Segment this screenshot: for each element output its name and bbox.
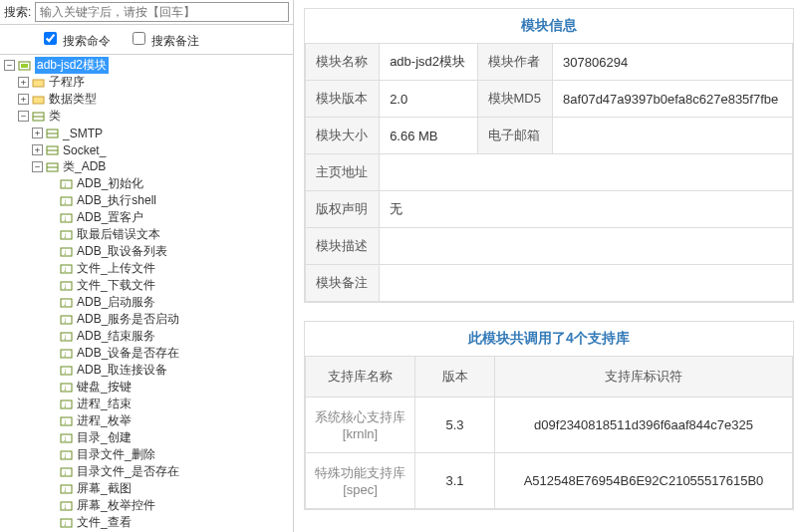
method-icon: ↓ [60,348,74,360]
info-val: 307806294 [553,44,793,81]
tree-node[interactable]: ↓屏幕_截图 [4,480,291,497]
tree-label: ADB_初始化 [77,175,143,192]
tree-node[interactable]: ↓ADB_结束服务 [4,328,291,345]
tree-node[interactable]: ↓取最后错误文本 [4,226,291,243]
tree-node[interactable]: − 类_ADB [4,158,291,175]
expand-icon[interactable]: + [32,128,43,138]
right-panel: 模块信息 模块名称 adb-jsd2模块 模块作者 307806294 模块版本… [294,0,798,532]
svg-text:↓: ↓ [63,367,67,376]
tree-node[interactable]: ↓ADB_服务是否启动 [4,311,291,328]
info-key: 模块作者 [477,44,553,81]
folder-icon [32,77,46,89]
method-icon: ↓ [60,178,74,190]
tree-node[interactable]: ↓ADB_置客户 [4,209,291,226]
tree-label: 类_ADB [63,158,106,175]
spacer [46,500,57,511]
tree-node[interactable]: ↓屏幕_枚举控件 [4,497,291,514]
libs-panel: 此模块共调用了4个支持库 支持库名称 版本 支持库标识符 系统核心支持库[krn… [304,321,794,510]
tree-node[interactable]: + 数据类型 [4,91,291,108]
info-key: 模块名称 [306,44,380,81]
libs-h3: 支持库标识符 [495,357,793,398]
table-row: 版权声明 无 [306,191,793,228]
tree-node[interactable]: ↓ADB_启动服务 [4,294,291,311]
tree-label: ADB_执行shell [77,192,156,209]
collapse-icon[interactable]: − [4,60,15,71]
search-input[interactable] [35,2,289,22]
opt-search-remark[interactable]: 搜索备注 [129,34,199,48]
method-icon: ↓ [60,314,74,326]
tree-node-root[interactable]: − adb-jsd2模块 [4,57,291,74]
tree-node[interactable]: ↓ADB_执行shell [4,192,291,209]
tree-label: 目录_创建 [77,429,132,446]
spacer [46,263,57,274]
lib-id: A512548E76954B6E92C21055517615B0 [495,453,793,509]
tree-label: _SMTP [63,127,103,140]
tree-node[interactable]: ↓文件_查看 [4,514,291,531]
svg-text:↓: ↓ [63,180,67,189]
tree-node[interactable]: ↓ADB_取连接设备 [4,362,291,379]
tree-label: 目录文件_删除 [77,446,155,463]
opt-search-cmd-checkbox[interactable] [44,32,57,45]
expand-icon[interactable]: + [18,94,29,105]
tree-label: ADB_服务是否启动 [77,311,179,328]
info-key: 模块备注 [306,265,380,302]
svg-text:↓: ↓ [63,417,67,426]
info-key: 版权声明 [306,191,380,228]
spacer [46,246,57,257]
tree-label: 数据类型 [49,91,97,108]
tree-node[interactable]: ↓目录_创建 [4,429,291,446]
tree-node[interactable]: + 子程序 [4,74,291,91]
info-key: 电子邮箱 [477,118,553,154]
tree-root-label: adb-jsd2模块 [35,57,109,74]
info-val [553,118,793,154]
svg-text:↓: ↓ [63,231,67,240]
info-val: 无 [380,191,793,228]
module-info-title: 模块信息 [305,9,793,43]
libs-h1: 支持库名称 [306,357,415,398]
spacer [46,178,57,189]
tree-view[interactable]: − adb-jsd2模块 + 子程序 + 数据类型 − 类 + [0,54,293,532]
table-row: 模块备注 [306,265,793,302]
tree-node[interactable]: ↓进程_结束 [4,396,291,412]
spacer [46,348,57,359]
method-icon: ↓ [60,331,74,343]
expand-icon[interactable]: + [32,144,43,155]
tree-node[interactable]: ↓进程_枚举 [4,412,291,429]
svg-text:↓: ↓ [63,197,67,206]
tree-label: 子程序 [49,74,85,91]
tree-label: ADB_取设备列表 [77,243,167,260]
tree-node[interactable]: + _SMTP [4,125,291,141]
tree-node[interactable]: ↓文件_上传文件 [4,260,291,277]
tree-node[interactable]: ↓ADB_设备是否存在 [4,345,291,362]
info-key: 模块版本 [306,81,380,118]
opt-search-remark-checkbox[interactable] [133,32,145,45]
svg-text:↓: ↓ [63,468,67,477]
tree-label: 键盘_按键 [77,379,132,396]
tree-node[interactable]: − 类 [4,108,291,125]
info-val [380,154,793,191]
tree-node[interactable]: ↓键盘_按键 [4,379,291,396]
tree-node[interactable]: ↓目录文件_是否存在 [4,463,291,480]
info-val: adb-jsd2模块 [380,44,477,81]
tree-node[interactable]: + Socket_ [4,141,291,158]
collapse-icon[interactable]: − [32,161,43,172]
tree-node[interactable]: ↓ADB_取设备列表 [4,243,291,260]
collapse-icon[interactable]: − [18,111,29,122]
svg-rect-3 [33,97,44,104]
opt-search-cmd[interactable]: 搜索命令 [40,34,111,48]
svg-text:↓: ↓ [63,299,67,308]
spacer [46,517,57,528]
module-info-table: 模块名称 adb-jsd2模块 模块作者 307806294 模块版本 2.0 … [305,43,793,302]
table-row: 模块版本 2.0 模块MD5 8af07d47a9397b0efa8c627e8… [306,81,793,118]
method-icon: ↓ [60,415,74,427]
method-icon: ↓ [60,195,74,207]
info-val: 6.66 MB [380,118,477,154]
expand-icon[interactable]: + [18,77,29,88]
class-icon [32,111,46,123]
search-options: 搜索命令 搜索备注 [0,25,293,54]
lib-version: 5.3 [415,398,495,453]
tree-node[interactable]: ↓ADB_初始化 [4,175,291,192]
tree-node[interactable]: ↓文件_下载文件 [4,277,291,294]
tree-node[interactable]: ↓目录文件_删除 [4,446,291,463]
lib-id: d09f2340818511d396f6aaf844c7e325 [495,398,793,453]
